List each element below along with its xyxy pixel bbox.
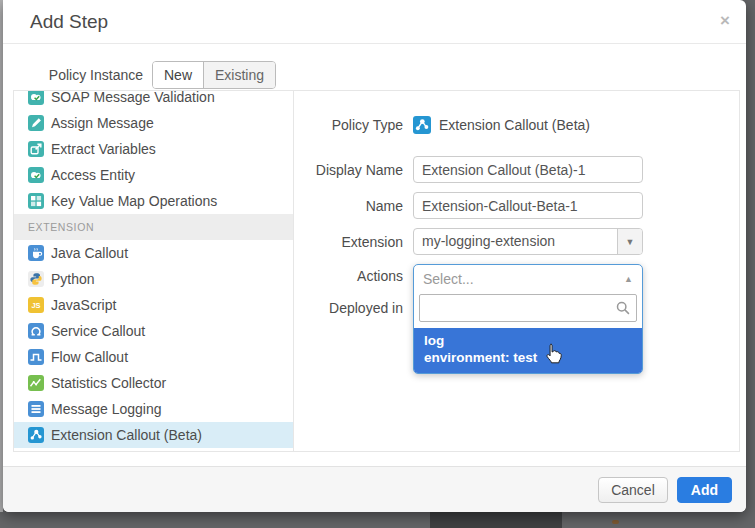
policy-list-item-label: Key Value Map Operations bbox=[51, 193, 217, 209]
actions-label: Actions bbox=[294, 268, 403, 284]
statistics-collector-icon bbox=[28, 375, 44, 391]
policy-list-item[interactable]: Service Callout bbox=[14, 318, 293, 344]
key-value-map-icon bbox=[28, 193, 44, 209]
policy-list-item[interactable]: Message Logging bbox=[14, 396, 293, 422]
policy-type-value: Extension Callout (Beta) bbox=[439, 117, 590, 133]
policy-type-label: Policy Type bbox=[294, 117, 403, 133]
actions-search bbox=[419, 294, 637, 322]
policy-list-item[interactable]: Java Callout bbox=[14, 240, 293, 266]
actions-search-input[interactable] bbox=[419, 294, 637, 322]
svg-text:JS: JS bbox=[31, 301, 40, 310]
toggle-new[interactable]: New bbox=[153, 62, 204, 88]
actions-option-detail: environment: test bbox=[424, 349, 632, 366]
java-callout-icon bbox=[28, 245, 44, 261]
policy-list-column: SOAP Message ValidationAssign MessageExt… bbox=[14, 91, 294, 451]
policy-list-item-label: Message Logging bbox=[51, 401, 162, 417]
modal-footer: Cancel Add bbox=[3, 466, 746, 512]
name-input[interactable] bbox=[413, 192, 643, 219]
modal-header: Add Step × bbox=[3, 0, 746, 44]
policy-form: Policy Type Extension Callout (Beta) Dis… bbox=[294, 91, 739, 451]
policy-list-item-label: Access Entity bbox=[51, 167, 135, 183]
extension-select[interactable]: my-logging-extension ▼ bbox=[413, 228, 643, 255]
search-icon bbox=[615, 300, 631, 316]
cancel-button[interactable]: Cancel bbox=[598, 477, 668, 503]
policy-list-item-label: SOAP Message Validation bbox=[51, 91, 215, 105]
policy-list-item-label: Extract Variables bbox=[51, 141, 156, 157]
policy-list-item-label: Statistics Collector bbox=[51, 375, 166, 391]
soap-message-validation-icon bbox=[28, 91, 44, 105]
chevron-up-icon: ▲ bbox=[624, 274, 633, 284]
extension-callout-icon bbox=[413, 116, 431, 134]
policy-list-item[interactable]: SOAP Message Validation bbox=[14, 91, 293, 110]
actions-option[interactable]: logenvironment: test bbox=[414, 328, 642, 373]
close-icon[interactable]: × bbox=[720, 12, 730, 29]
policy-list-item[interactable]: Python bbox=[14, 266, 293, 292]
modal-title: Add Step bbox=[30, 11, 108, 33]
message-logging-icon bbox=[28, 401, 44, 417]
add-step-modal: Add Step × Policy Instance New Existing … bbox=[3, 0, 746, 512]
page-overlay-bottom-dot bbox=[612, 520, 619, 524]
assign-message-icon bbox=[28, 115, 44, 131]
add-button[interactable]: Add bbox=[677, 477, 732, 503]
actions-placeholder: Select... bbox=[423, 271, 624, 287]
policy-list-item[interactable]: Flow Callout bbox=[14, 344, 293, 370]
policy-list-item-label: Assign Message bbox=[51, 115, 154, 131]
list-section-header: EXTENSION bbox=[14, 214, 293, 240]
policy-list-item[interactable]: Extract Variables bbox=[14, 136, 293, 162]
service-callout-icon bbox=[28, 323, 44, 339]
policy-instance-label: Policy Instance bbox=[3, 62, 143, 89]
policy-list-item-label: Service Callout bbox=[51, 323, 145, 339]
policy-list-item[interactable]: Key Value Map Operations bbox=[14, 188, 293, 214]
flow-callout-icon bbox=[28, 349, 44, 365]
toggle-existing[interactable]: Existing bbox=[204, 62, 275, 88]
display-name-row: Display Name bbox=[294, 156, 739, 183]
policy-list-item-label: Python bbox=[51, 271, 95, 287]
policy-list-item[interactable]: Statistics Collector bbox=[14, 370, 293, 396]
policy-list-item[interactable]: Assign Message bbox=[14, 110, 293, 136]
javascript-icon: JS bbox=[28, 297, 44, 313]
policy-list-item-label: JavaScript bbox=[51, 297, 116, 313]
display-name-input[interactable] bbox=[413, 156, 643, 183]
extension-select-value: my-logging-extension bbox=[414, 229, 617, 254]
deployed-in-label: Deployed in bbox=[294, 300, 403, 316]
page-overlay-bottom-block bbox=[430, 512, 562, 528]
content-area: SOAP Message ValidationAssign MessageExt… bbox=[13, 90, 740, 452]
actions-dropdown: Select... ▲ logenvironment: test bbox=[413, 264, 643, 374]
policy-list-item-label: Flow Callout bbox=[51, 349, 128, 365]
policy-instance-toggle: New Existing bbox=[152, 61, 276, 89]
extension-label: Extension bbox=[294, 234, 403, 250]
name-label: Name bbox=[294, 198, 403, 214]
policy-list: SOAP Message ValidationAssign MessageExt… bbox=[14, 91, 293, 448]
actions-options: logenvironment: test bbox=[414, 328, 642, 373]
name-row: Name bbox=[294, 192, 739, 219]
python-icon bbox=[28, 271, 44, 287]
actions-option-name: log bbox=[424, 332, 632, 349]
policy-type-row: Policy Type Extension Callout (Beta) bbox=[294, 116, 739, 134]
policy-list-item[interactable]: Access Entity bbox=[14, 162, 293, 188]
policy-list-item-label: Java Callout bbox=[51, 245, 128, 261]
policy-list-item[interactable]: Extension Callout (Beta) bbox=[14, 422, 293, 448]
display-name-label: Display Name bbox=[294, 162, 403, 178]
policy-list-item[interactable]: JSJavaScript bbox=[14, 292, 293, 318]
extension-callout-icon bbox=[28, 427, 44, 443]
policy-list-item-label: Extension Callout (Beta) bbox=[51, 427, 202, 443]
chevron-down-icon[interactable]: ▼ bbox=[617, 229, 642, 254]
actions-dropdown-header[interactable]: Select... ▲ bbox=[414, 265, 642, 292]
extension-row: Extension my-logging-extension ▼ bbox=[294, 228, 739, 255]
extract-variables-icon bbox=[28, 141, 44, 157]
access-entity-icon bbox=[28, 167, 44, 183]
